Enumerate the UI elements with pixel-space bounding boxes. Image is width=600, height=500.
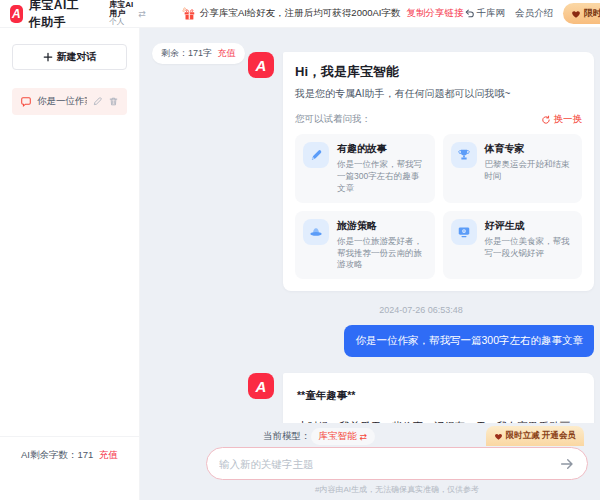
monitor-icon (451, 219, 477, 245)
membership-promo-badge[interactable]: 限时立减 开通会员 (486, 426, 584, 446)
sidebar-footer: AI剩余字数：171 充值 (0, 436, 139, 462)
edit-icon[interactable] (92, 96, 103, 107)
copy-share-link[interactable]: 复制分享链接 (406, 7, 463, 20)
send-icon (559, 456, 575, 472)
membership-intro-link[interactable]: 会员介绍 (515, 7, 553, 20)
current-model-label: 当前模型： (263, 430, 311, 443)
user-type: 个人 (109, 18, 134, 27)
conversation-title: 你是一位作家，帮... (37, 95, 87, 108)
ai-greeting-message: A Hi，我是库宝智能 我是您的专属AI助手，有任何问题都可以问我哦~ 您可以试… (248, 52, 594, 291)
hat-icon (303, 219, 329, 245)
plus-icon (43, 52, 53, 62)
app-title: 库宝AI工作助手 (29, 0, 92, 31)
trophy-icon (451, 142, 477, 168)
heart-icon (494, 432, 503, 441)
message-timestamp: 2024-07-26 06:53:48 (248, 305, 594, 315)
share-banner: 分享库宝AI给好友，注册后均可获得2000AI字数 复制分享链接 (182, 7, 464, 21)
swap-icon: ⇄ (360, 432, 368, 442)
input-panel: 当前模型： 库宝智能 ⇄ 限时立减 开通会员 #内容由AI生成，无法 (140, 423, 600, 500)
user-message-bubble: 你是一位作家，帮我写一篇300字左右的趣事文章 (344, 325, 594, 357)
ai-avatar: A (248, 52, 274, 78)
app-logo-icon: A (10, 5, 23, 23)
delete-icon[interactable] (108, 96, 119, 107)
user-name: 库宝AI用户 (109, 0, 134, 18)
remaining-words-label: AI剩余字数：171 (21, 449, 93, 460)
message-input-box (206, 447, 588, 480)
gift-icon (182, 7, 196, 21)
message-input[interactable] (219, 458, 559, 470)
account-switcher[interactable]: 库宝AI用户 个人 ⇄ (109, 0, 146, 27)
recharge-link-main[interactable]: 充值 (218, 48, 236, 58)
back-to-site-link[interactable]: 千库网 (464, 7, 506, 20)
greeting-title: Hi，我是库宝智能 (295, 63, 582, 81)
conversation-list-item[interactable]: 你是一位作家，帮... (12, 88, 127, 115)
try-ask-label: 您可以试着问我： (295, 113, 371, 126)
refresh-suggestions-button[interactable]: 换一换 (541, 113, 583, 126)
header-links: 千库网 会员介绍 限时 (464, 3, 600, 24)
chat-main: 剩余：171字 充值 A Hi，我是库宝智能 我是您的专属AI助手，有任何问题都… (140, 28, 600, 500)
recharge-link[interactable]: 充值 (99, 449, 118, 460)
pen-icon (303, 142, 329, 168)
send-button[interactable] (559, 456, 575, 472)
limited-offer-button[interactable]: 限时 (563, 3, 600, 24)
ai-disclaimer: #内容由AI生成，无法确保真实准确，仅供参考 (206, 484, 588, 495)
new-chat-button[interactable]: 新建对话 (12, 44, 127, 70)
remaining-words-badge: 剩余：171字 充值 (152, 43, 245, 64)
top-header: A 库宝AI工作助手 库宝AI用户 个人 ⇄ 分享库宝AI给好友，注册后均可获得… (0, 0, 600, 28)
greeting-subtitle: 我是您的专属AI助手，有任何问题都可以问我哦~ (295, 87, 582, 101)
suggestion-card-story[interactable]: 有趣的故事 你是一位作家，帮我写一篇300字左右的趣事文章 (295, 134, 435, 203)
suggestion-grid: 有趣的故事 你是一位作家，帮我写一篇300字左右的趣事文章 体育专家 巴黎奥运会… (295, 134, 582, 279)
answer-title: **童年趣事** (297, 386, 580, 405)
share-text: 分享库宝AI给好友，注册后均可获得2000AI字数 (200, 7, 401, 20)
suggestion-card-travel[interactable]: 旅游策略 你是一位旅游爱好者，帮我推荐一份云南的旅游攻略 (295, 211, 435, 280)
suggestion-card-review[interactable]: 好评生成 你是一位美食家，帮我写一段火锅好评 (443, 211, 583, 280)
app-window: A 库宝AI工作助手 库宝AI用户 个人 ⇄ 分享库宝AI给好友，注册后均可获得… (0, 0, 600, 500)
chat-bubble-icon (20, 96, 32, 108)
sidebar: 新建对话 你是一位作家，帮... AI剩余字数：171 充值 (0, 28, 140, 500)
heart-icon (571, 9, 581, 19)
ai-avatar: A (248, 373, 274, 399)
return-arrow-icon (464, 8, 475, 19)
refresh-icon (541, 115, 551, 125)
swap-icon: ⇄ (138, 9, 146, 19)
model-selector[interactable]: 库宝智能 ⇄ (311, 428, 376, 445)
suggestion-card-sports[interactable]: 体育专家 巴黎奥运会开始和结束时间 (443, 134, 583, 203)
